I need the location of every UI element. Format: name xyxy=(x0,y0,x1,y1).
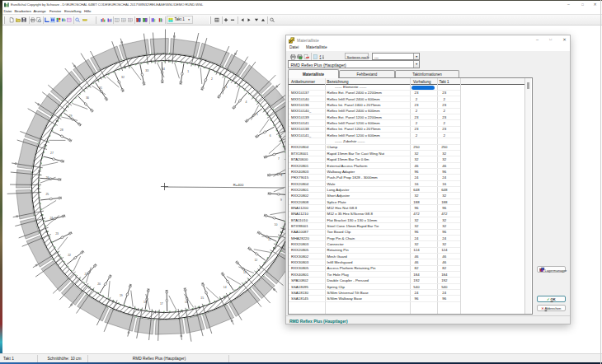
svg-text:18: 18 xyxy=(143,301,147,304)
svg-text:17: 17 xyxy=(160,302,163,306)
svg-text:31: 31 xyxy=(99,86,102,90)
svg-text:25: 25 xyxy=(45,193,49,196)
svg-text:11: 11 xyxy=(268,238,271,241)
svg-text:16: 16 xyxy=(185,301,188,304)
svg-text:14: 14 xyxy=(223,286,227,289)
svg-text:R=400: R=400 xyxy=(233,183,244,187)
svg-text:28: 28 xyxy=(60,128,63,132)
svg-text:9: 9 xyxy=(280,198,282,202)
svg-text:4: 4 xyxy=(245,100,247,104)
svg-text:34: 34 xyxy=(162,68,165,71)
svg-text:22: 22 xyxy=(68,254,71,257)
svg-text:29: 29 xyxy=(69,114,73,118)
svg-text:2: 2 xyxy=(211,77,213,81)
svg-text:12: 12 xyxy=(254,259,257,262)
svg-text:20: 20 xyxy=(97,282,101,286)
svg-text:33: 33 xyxy=(145,69,148,72)
svg-text:5: 5 xyxy=(256,113,258,116)
svg-text:7: 7 xyxy=(278,157,280,161)
svg-text:1: 1 xyxy=(187,70,189,73)
svg-text:19: 19 xyxy=(120,294,123,297)
svg-text:32: 32 xyxy=(121,76,125,79)
svg-text:10: 10 xyxy=(275,223,278,226)
svg-text:27: 27 xyxy=(50,152,54,155)
svg-text:30: 30 xyxy=(86,96,89,100)
svg-text:23: 23 xyxy=(55,232,59,236)
svg-text:24: 24 xyxy=(49,217,53,220)
svg-text:a: a xyxy=(319,57,321,60)
svg-text:15: 15 xyxy=(200,296,204,300)
svg-text:21: 21 xyxy=(84,273,87,276)
svg-text:8: 8 xyxy=(280,174,282,177)
svg-text:3: 3 xyxy=(226,86,228,89)
svg-text:6: 6 xyxy=(270,134,271,138)
svg-text:13: 13 xyxy=(243,271,247,274)
svg-text:26: 26 xyxy=(46,176,49,180)
